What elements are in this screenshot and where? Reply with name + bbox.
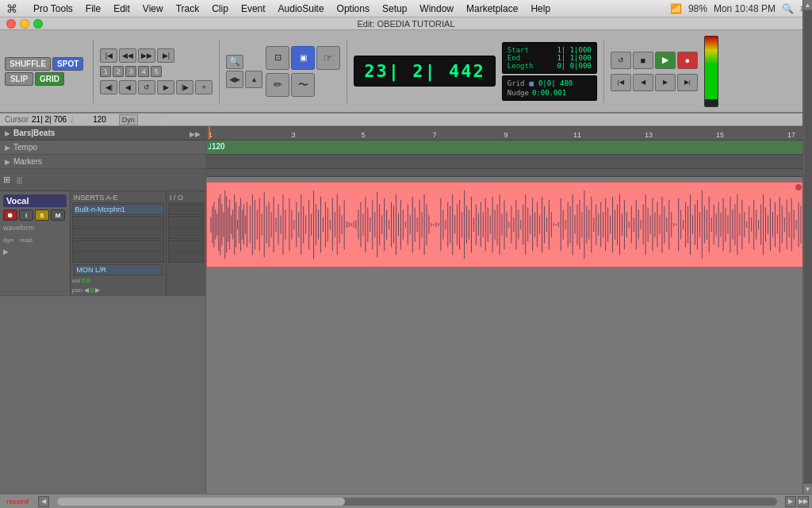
- go-to-end-button[interactable]: ▶|: [157, 48, 174, 63]
- dyn-dropdown[interactable]: Dyn: [119, 114, 138, 125]
- spot-mode-button[interactable]: SPOT: [52, 57, 83, 71]
- plugin-slot-1[interactable]: Built-n-Mcrphn1: [72, 204, 164, 215]
- playhead: [209, 126, 210, 140]
- scroll-left-button[interactable]: ◀: [38, 496, 49, 507]
- loop-playback-button[interactable]: ↺: [611, 52, 631, 69]
- io-slot-5[interactable]: [168, 252, 204, 263]
- prev-frame-button[interactable]: |◀: [611, 74, 631, 91]
- play-button[interactable]: ▶: [655, 52, 676, 69]
- search-icon[interactable]: 🔍: [782, 3, 794, 14]
- num-5-button[interactable]: 5: [151, 66, 162, 77]
- slip-mode-button[interactable]: SLIP: [5, 72, 33, 86]
- fast-forward-button[interactable]: ▶▶: [138, 48, 155, 63]
- track-input-monitor-button[interactable]: I: [19, 210, 33, 221]
- menu-audiosuite[interactable]: AudioSuite: [272, 2, 331, 16]
- expand-timeline-button[interactable]: ▶: [5, 129, 10, 137]
- toolbar: SHUFFLE SPOT SLIP GRID |◀ ◀◀ ▶▶ ▶| 1 2 3…: [0, 30, 812, 114]
- track-mute-button[interactable]: M: [51, 210, 65, 221]
- menu-edit[interactable]: Edit: [107, 2, 136, 16]
- vertical-scrollbar[interactable]: ▲ ▼: [802, 126, 812, 494]
- scroll-right-button[interactable]: ▶: [785, 496, 796, 507]
- next-frame-button[interactable]: ▶|: [677, 74, 698, 91]
- io-slot-3[interactable]: [168, 228, 204, 239]
- selector-tool-button[interactable]: ▣: [291, 46, 315, 70]
- pan-row: pan ◀ 0 ▶: [72, 287, 164, 294]
- num-2-button[interactable]: 2: [113, 66, 124, 77]
- add-marker-button[interactable]: +: [195, 80, 213, 94]
- scroll-down-arrow[interactable]: ▼: [803, 484, 813, 494]
- rewind-to-start-button[interactable]: |◀: [100, 48, 117, 63]
- track-record-arm-button[interactable]: ⏺: [3, 210, 17, 221]
- menu-clip[interactable]: Clip: [205, 2, 235, 16]
- close-button[interactable]: [6, 19, 16, 29]
- smart-tool-right-button[interactable]: ▲: [245, 71, 262, 88]
- scroll-right-button-2[interactable]: ▶▶: [798, 496, 809, 507]
- menu-marketplace[interactable]: Marketplace: [460, 2, 524, 16]
- left-panel: ▶ Bars|Beats ▶▶ ▶ Tempo ▶ Markers ⊞ ||| …: [0, 126, 206, 494]
- trim-tool-button[interactable]: ⊡: [266, 46, 289, 70]
- pencil-tool-button[interactable]: ✏: [266, 73, 289, 97]
- menu-view[interactable]: View: [136, 2, 170, 16]
- plugin-slot-5[interactable]: [72, 252, 164, 263]
- menu-event[interactable]: Event: [235, 2, 272, 16]
- playback-controls: ↺ ■ ▶ ● |◀ ◀ ▶ ▶|: [611, 52, 698, 91]
- pan-arrow-left: ◀: [84, 287, 89, 294]
- rewind-button[interactable]: ◀◀: [119, 48, 136, 63]
- window-controls[interactable]: [6, 19, 43, 29]
- scrollbar-thumb[interactable]: [57, 498, 345, 506]
- nudge-left-button[interactable]: ◀: [119, 80, 136, 94]
- menu-track[interactable]: Track: [170, 2, 206, 16]
- track-solo-button[interactable]: S: [35, 210, 49, 221]
- grabber-tool-button[interactable]: ☞: [316, 46, 340, 70]
- menu-help[interactable]: Help: [524, 2, 557, 16]
- grid-mode-button[interactable]: GRID: [35, 72, 64, 86]
- plugin-slot-3[interactable]: [72, 228, 164, 239]
- plugin-slot-2[interactable]: [72, 216, 164, 227]
- menu-file[interactable]: File: [79, 2, 107, 16]
- stop-button[interactable]: ■: [633, 52, 653, 69]
- maximize-button[interactable]: [33, 19, 43, 29]
- zoom-in-button[interactable]: 🔍: [226, 55, 243, 69]
- routing-slot[interactable]: MON L/R: [74, 264, 163, 275]
- num-1-button[interactable]: 1: [100, 66, 111, 77]
- tracks-sub-header: [206, 169, 812, 177]
- edit-selection-left-button[interactable]: ◀|: [100, 80, 117, 94]
- io-slot-1[interactable]: [168, 204, 204, 215]
- io-slot-4[interactable]: [168, 240, 204, 251]
- horizontal-scrollbar[interactable]: [57, 498, 777, 506]
- menu-options[interactable]: Options: [331, 2, 376, 16]
- shuffle-mode-button[interactable]: SHUFFLE: [5, 57, 51, 71]
- menu-setup[interactable]: Setup: [376, 2, 413, 16]
- scroll-right-arrows: ▶ ▶▶: [782, 496, 812, 507]
- num-3-button[interactable]: 3: [125, 66, 136, 77]
- timeline-options-button[interactable]: ▶▶: [190, 129, 201, 138]
- nudge-right-button[interactable]: ▶: [157, 80, 174, 94]
- cursor-bar: Cursor 21| 2| 706 ♩ 120 Dyn ⎔ ⎔ ⎔: [0, 114, 812, 126]
- prev-button[interactable]: ◀: [633, 74, 653, 91]
- io-slot-2[interactable]: [168, 216, 204, 227]
- vol-pan-row: vol 0.0: [72, 277, 164, 284]
- scrub-tool-button[interactable]: 〜: [291, 73, 315, 97]
- add-track-icon[interactable]: ⊞: [3, 175, 10, 185]
- audio-region-vocal[interactable]: [206, 182, 804, 267]
- start-value: 1| 1|000: [557, 46, 591, 54]
- smart-tool-left-button[interactable]: ◀▶: [226, 71, 243, 88]
- track-info-panel: Vocal ⏺ I S M waveform dyn read ▶: [0, 191, 71, 295]
- track-content[interactable]: [206, 177, 812, 494]
- num-4-button[interactable]: 4: [138, 66, 149, 77]
- minimize-button[interactable]: [20, 19, 29, 29]
- edit-selection-right-button[interactable]: |▶: [176, 80, 193, 94]
- expand-markers-button[interactable]: ▶: [5, 158, 10, 166]
- nudge-value: 0:00.001: [532, 89, 566, 97]
- ruler-mark-13: 13: [645, 131, 653, 140]
- menu-app-name[interactable]: Pro Tools: [27, 2, 79, 16]
- loop-button[interactable]: ↺: [138, 80, 155, 94]
- menu-window[interactable]: Window: [413, 2, 460, 16]
- expand-tempo-button[interactable]: ▶: [5, 144, 10, 152]
- record-button[interactable]: ●: [677, 52, 698, 69]
- scroll-track[interactable]: [804, 126, 812, 483]
- insert-panel: INSERTS A-E Built-n-Mcrphn1 MON L/R vol …: [71, 191, 167, 295]
- next-button[interactable]: ▶: [655, 74, 676, 91]
- track-expand-button[interactable]: ▶: [3, 248, 67, 256]
- plugin-slot-4[interactable]: [72, 240, 164, 251]
